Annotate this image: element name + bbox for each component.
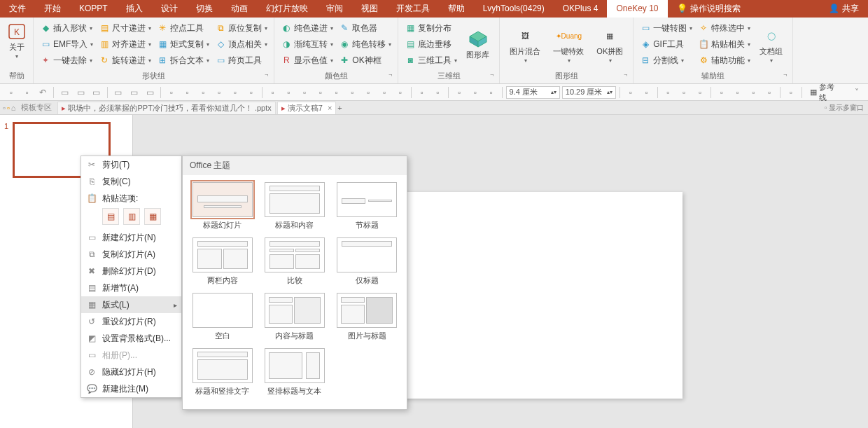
menu-home[interactable]: 开始	[35, 0, 70, 18]
qat-j1[interactable]: ▫	[784, 85, 798, 99]
ctx-hide-slide[interactable]: ⊘隐藏幻灯片(H)	[81, 364, 181, 380]
rotate-step-btn[interactable]: ↻旋转递进▾	[97, 53, 153, 68]
3d-tools-btn[interactable]: ◙三维工具▾	[402, 53, 459, 68]
qat-b4[interactable]: ▭	[111, 85, 125, 99]
insert-shape-btn[interactable]: ◆插入形状▾	[38, 20, 95, 36]
crosspage-btn[interactable]: ▭跨页工具	[213, 53, 270, 68]
layout-title-vtext[interactable]: 标题和竖排文字	[190, 348, 255, 396]
eyedropper-btn[interactable]: ✎取色器	[337, 20, 393, 36]
layout-pic-caption[interactable]: 图片与标题	[335, 293, 400, 341]
qat-d7[interactable]: ▫	[361, 85, 375, 99]
layout-comparison[interactable]: 比较	[262, 237, 327, 286]
doc-tab-2[interactable]: ▸演示文稿7×	[277, 102, 337, 114]
grad-solid-btn[interactable]: ◑渐纯互转▾	[279, 36, 335, 52]
layout-two-content[interactable]: 两栏内容	[190, 237, 255, 286]
qat-new-icon[interactable]: ▫	[4, 85, 18, 99]
qat-d1[interactable]: ▫	[266, 85, 280, 99]
to-image-btn[interactable]: ▭一键转图▾	[638, 20, 694, 36]
qat-g1[interactable]: ▫	[624, 85, 638, 99]
qat-d4[interactable]: ▫	[314, 85, 328, 99]
size-step-btn[interactable]: ▤尺寸递进▾	[97, 20, 153, 36]
layout-content-caption[interactable]: 内容与标题	[262, 293, 327, 341]
inplace-copy-btn[interactable]: ⧉原位复制▾	[213, 20, 270, 36]
layout-title-content[interactable]: 标题和内容	[262, 182, 327, 230]
vertex-btn[interactable]: ◇顶点相关▾	[213, 36, 270, 52]
qat-h1[interactable]: ▫	[662, 85, 676, 99]
add-tab-icon[interactable]: +	[337, 104, 342, 112]
menu-lvyh[interactable]: LvyhTools(0429)	[474, 0, 554, 18]
qat-b6[interactable]: ▭	[143, 85, 157, 99]
qat-b2[interactable]: ▭	[74, 85, 88, 99]
ctx-bg-format[interactable]: ◩设置背景格式(B)...	[81, 330, 181, 347]
ctx-new-slide[interactable]: ▭新建幻灯片(N)	[81, 229, 181, 246]
menu-slideshow[interactable]: 幻灯片放映	[257, 0, 317, 18]
show-rgb-btn[interactable]: R显示色值▾	[279, 53, 335, 68]
qat-i3[interactable]: ▫	[746, 85, 760, 99]
qat-d6[interactable]: ▫	[346, 85, 360, 99]
special-sel-btn[interactable]: ✧特殊选中▾	[696, 20, 752, 36]
paste-opt-1[interactable]: ▤	[102, 208, 119, 225]
menu-onekey[interactable]: OneKey 10	[607, 0, 667, 18]
qat-i4[interactable]: ▫	[762, 85, 776, 99]
tab-open-icon[interactable]: ▫	[7, 104, 10, 112]
menu-review[interactable]: 审阅	[317, 0, 352, 18]
bottom-shift-btn[interactable]: ▤底边垂移	[402, 36, 459, 52]
one-effect-btn[interactable]: ✦Duang一键特效▾	[547, 20, 589, 69]
aux-func-btn[interactable]: ⚙辅助功能▾	[696, 53, 752, 68]
layout-title-slide[interactable]: 标题幻灯片	[190, 182, 255, 230]
img-blend-btn[interactable]: 🖼图片混合▾	[504, 20, 546, 69]
qat-c4[interactable]: ▫	[212, 85, 226, 99]
menu-koppt[interactable]: KOPPT	[70, 0, 117, 18]
clear-btn[interactable]: ✦一键去除▾	[38, 53, 95, 68]
layout-blank[interactable]: 空白	[190, 293, 255, 341]
qat-d3[interactable]: ▫	[298, 85, 312, 99]
qat-c3[interactable]: ▫	[197, 85, 211, 99]
shape-lib-btn[interactable]: 图形库	[461, 20, 495, 69]
ctx-copy[interactable]: ⎘复制(C)	[81, 173, 181, 190]
ctx-new-section[interactable]: ▤新增节(A)	[81, 279, 181, 296]
emf-import-btn[interactable]: ▭EMF导入▾	[38, 36, 95, 52]
ctx-del-slide[interactable]: ✖删除幻灯片(D)	[81, 263, 181, 279]
about-button[interactable]: K 关于▾	[0, 20, 34, 61]
divider-btn[interactable]: ⊟分割线▾	[638, 53, 694, 68]
ctx-dup-slide[interactable]: ⧉复制幻灯片(A)	[81, 246, 181, 263]
ctx-cut[interactable]: ✂剪切(T)	[81, 156, 181, 173]
layout-section-header[interactable]: 节标题	[335, 182, 400, 230]
ctx-album[interactable]: ▭相册(P)...	[81, 347, 181, 364]
menu-insert[interactable]: 插入	[117, 0, 152, 18]
qat-c1[interactable]: ▫	[164, 85, 178, 99]
paste-rel-btn[interactable]: 📋粘贴相关▾	[696, 36, 752, 52]
layout-vtitle-text[interactable]: 竖排标题与文本	[262, 348, 327, 396]
multi-window-toggle[interactable]: ▫ 显示多窗口	[825, 103, 864, 113]
qat-d8[interactable]: ▫	[377, 85, 391, 99]
qat-f1[interactable]: ▫	[452, 85, 466, 99]
qat-d9[interactable]: ▫	[393, 85, 407, 99]
qat-i2[interactable]: ▫	[731, 85, 745, 99]
qat-open-icon[interactable]: ▫	[20, 85, 34, 99]
qat-e2[interactable]: ▫	[430, 85, 444, 99]
qat-b1[interactable]: ▭	[57, 85, 71, 99]
height-input[interactable]: 9.4 厘米▴▾	[506, 86, 560, 99]
menu-view[interactable]: 视图	[352, 0, 387, 18]
qat-h3[interactable]: ▫	[693, 85, 707, 99]
qat-b5[interactable]: ▭	[127, 85, 141, 99]
tab-home-icon[interactable]: ⌂	[11, 104, 16, 112]
ctx-layout[interactable]: ▦版式(L)	[81, 296, 181, 313]
menu-devtools[interactable]: 开发工具	[387, 0, 439, 18]
qat-f3[interactable]: ▫	[484, 85, 498, 99]
close-icon[interactable]: ×	[328, 104, 332, 112]
width-input[interactable]: 10.29 厘米▴▾	[562, 86, 616, 99]
ctx-reset-slide[interactable]: ↺重设幻灯片(R)	[81, 313, 181, 330]
qat-undo-icon[interactable]: ↶	[36, 85, 50, 99]
menu-help[interactable]: 帮助	[439, 0, 474, 18]
ok-frame-btn[interactable]: ✚OK神框	[337, 53, 393, 68]
qat-g2[interactable]: ▫	[640, 85, 654, 99]
doc-group-btn[interactable]: ◯文档组▾	[754, 20, 788, 69]
split-text-btn[interactable]: ⊞拆合文本▾	[155, 53, 211, 68]
collapse-ribbon-icon[interactable]: ˅	[850, 85, 864, 99]
share-button[interactable]: 👤共享	[820, 0, 868, 18]
menu-animation[interactable]: 动画	[222, 0, 257, 18]
qat-b3[interactable]: ▭	[90, 85, 104, 99]
menu-okplus[interactable]: OKPlus 4	[554, 0, 608, 18]
qat-c6[interactable]: ▫	[244, 85, 258, 99]
